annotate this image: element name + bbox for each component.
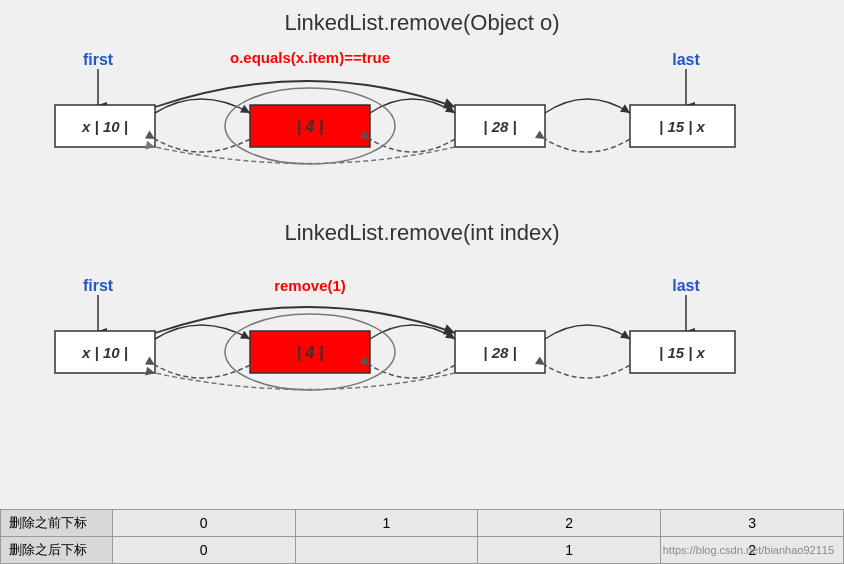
row-before-label: 删除之前下标 xyxy=(1,510,113,537)
top-annotation: o.equals(x.item)==true xyxy=(230,49,390,66)
main-container: LinkedList.remove(Object o) first last o… xyxy=(0,0,844,564)
top-last-label: last xyxy=(672,51,700,68)
svg-text:| 28 |: | 28 | xyxy=(483,118,516,135)
svg-text:| 4 |: | 4 | xyxy=(297,344,324,361)
top-svg: first last o.equals(x.item)==true x | 10… xyxy=(0,0,844,220)
svg-text:x | 10 |: x | 10 | xyxy=(81,118,128,135)
bottom-section: LinkedList.remove(int index) first last … xyxy=(0,210,844,441)
top-first-label: first xyxy=(83,51,114,68)
bottom-first-label: first xyxy=(83,277,114,294)
svg-text:| 15 | x: | 15 | x xyxy=(659,344,706,361)
row-before-val0: 0 xyxy=(112,510,295,537)
svg-text:| 15 | x: | 15 | x xyxy=(659,118,706,135)
svg-text:x | 10 |: x | 10 | xyxy=(81,344,128,361)
row-after-val2: 1 xyxy=(478,537,661,564)
bottom-last-label: last xyxy=(672,277,700,294)
row-before-val2: 2 xyxy=(478,510,661,537)
svg-text:| 4 |: | 4 | xyxy=(297,118,324,135)
bottom-svg: first last remove(1) x | 10 | | 4 | | 28… xyxy=(0,256,844,441)
bottom-annotation: remove(1) xyxy=(274,277,346,294)
table-row-before: 删除之前下标 0 1 2 3 xyxy=(1,510,844,537)
svg-text:| 28 |: | 28 | xyxy=(483,344,516,361)
top-diagram: LinkedList.remove(Object o) first last o… xyxy=(0,0,844,220)
bottom-title: LinkedList.remove(int index) xyxy=(0,210,844,246)
watermark: https://blog.csdn.net/bianhao92115 xyxy=(663,544,834,556)
row-before-val1: 1 xyxy=(295,510,478,537)
row-after-val0: 0 xyxy=(112,537,295,564)
row-after-val1 xyxy=(295,537,478,564)
row-after-label: 删除之后下标 xyxy=(1,537,113,564)
row-before-val3: 3 xyxy=(661,510,844,537)
